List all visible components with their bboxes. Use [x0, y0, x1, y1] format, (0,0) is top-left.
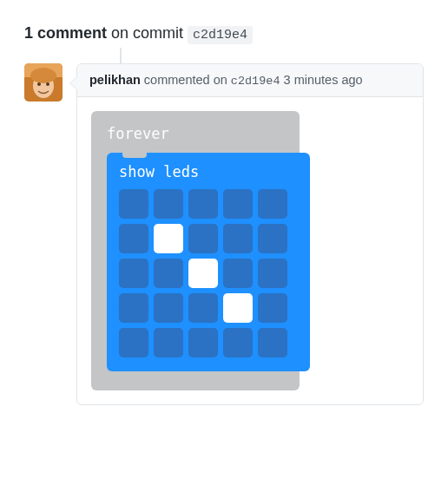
- led-cell: [154, 224, 183, 253]
- on-commit-label: on commit: [111, 24, 183, 42]
- avatar[interactable]: [24, 63, 63, 102]
- led-cell: [258, 328, 287, 357]
- led-cell: [223, 259, 253, 288]
- led-cell: [119, 259, 148, 288]
- led-cell: [258, 189, 287, 219]
- comment-header: pelikhan commented on c2d19e4 3 minutes …: [77, 64, 423, 97]
- comment-time: 3 minutes ago: [284, 73, 363, 87]
- svg-point-5: [46, 82, 49, 86]
- commented-verb: commented on: [144, 73, 227, 87]
- commit-hash-link[interactable]: c2d19e4: [231, 75, 280, 88]
- led-cell: [188, 293, 218, 323]
- led-cell: [188, 189, 218, 219]
- led-grid: [119, 189, 298, 357]
- comment-card: pelikhan commented on c2d19e4 3 minutes …: [76, 63, 424, 405]
- led-cell: [119, 224, 148, 253]
- led-cell: [223, 293, 253, 323]
- led-cell: [223, 328, 253, 357]
- led-cell: [154, 328, 183, 357]
- led-cell: [258, 224, 287, 253]
- code-block-canvas: forever show leds: [91, 111, 300, 390]
- led-cell: [188, 328, 218, 357]
- led-cell: [223, 224, 253, 253]
- led-cell: [188, 259, 218, 288]
- led-cell: [223, 189, 253, 219]
- comment-body: forever show leds: [77, 97, 423, 404]
- author-link[interactable]: pelikhan: [89, 73, 141, 87]
- led-cell: [154, 293, 183, 323]
- led-cell: [154, 259, 183, 288]
- led-cell: [258, 293, 287, 323]
- commit-hash-chip[interactable]: c2d19e4: [188, 26, 253, 44]
- led-cell: [119, 293, 148, 323]
- svg-point-4: [37, 82, 41, 86]
- comment-thread: pelikhan commented on c2d19e4 3 minutes …: [24, 63, 424, 405]
- led-cell: [188, 224, 218, 253]
- svg-point-3: [30, 68, 56, 83]
- led-cell: [154, 189, 183, 219]
- comment-count: 1 comment: [24, 24, 107, 42]
- led-cell: [119, 189, 148, 219]
- led-cell: [119, 328, 148, 357]
- show-leds-label: show leds: [119, 163, 298, 180]
- forever-block-label: forever: [107, 125, 289, 142]
- led-cell: [258, 259, 287, 288]
- show-leds-block: show leds: [107, 153, 310, 371]
- comment-thread-header: 1 comment on commit c2d19e4: [24, 24, 424, 43]
